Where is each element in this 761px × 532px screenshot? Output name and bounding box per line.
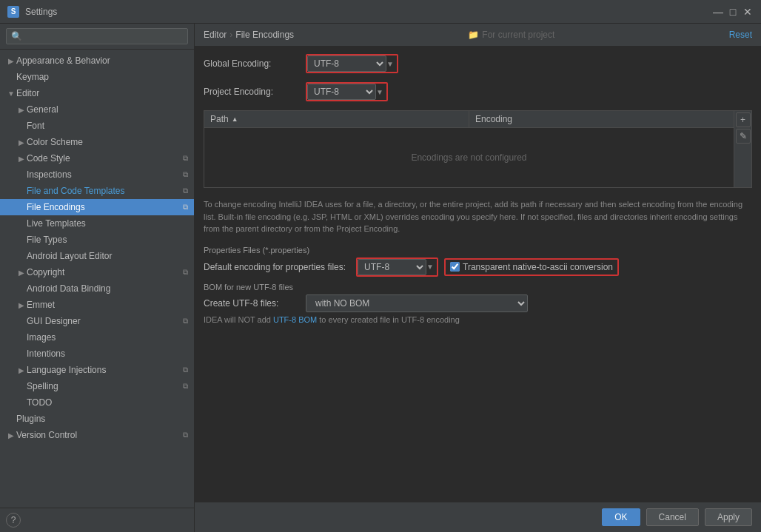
- table-body: Encodings are not configured: [204, 128, 734, 187]
- encoding-table-container: Path ▲ Encoding Encodings are not config…: [204, 110, 752, 188]
- sidebar-bottom: ?: [0, 508, 194, 532]
- transparent-conversion-checkbox[interactable]: [450, 262, 460, 272]
- sidebar-label: Images: [27, 332, 56, 343]
- global-encoding-row: Global Encoding: UTF-8 UTF-16 ISO-8859-1…: [204, 54, 752, 73]
- expand-icon: [6, 55, 16, 66]
- sidebar-tree: Appearance & Behavior Keymap Editor Gene…: [0, 50, 194, 508]
- project-encoding-row: Project Encoding: UTF-8 UTF-16 ISO-8859-…: [204, 82, 752, 101]
- sidebar-item-emmet[interactable]: Emmet: [0, 297, 194, 313]
- sidebar-item-code-style[interactable]: Code Style ⧉: [0, 150, 194, 166]
- description-text: To change encoding IntelliJ IDEA uses fo…: [204, 194, 752, 240]
- breadcrumb-parent: Editor: [204, 30, 227, 40]
- sidebar-item-font[interactable]: Font: [0, 118, 194, 134]
- sidebar-item-appearance[interactable]: Appearance & Behavior: [0, 53, 194, 69]
- cancel-button[interactable]: Cancel: [646, 508, 699, 526]
- sidebar-item-inspections[interactable]: Inspections ⧉: [0, 166, 194, 183]
- sort-asc-icon: ▲: [232, 115, 238, 123]
- sidebar-label: Copyright: [27, 267, 64, 277]
- sidebar-item-android-data-binding[interactable]: Android Data Binding: [0, 280, 194, 297]
- breadcrumb-separator: ›: [229, 30, 232, 40]
- dropdown-arrow: ▼: [376, 88, 386, 96]
- sidebar-item-color-scheme[interactable]: Color Scheme: [0, 134, 194, 150]
- properties-section: Properties Files (*.properties) Default …: [204, 246, 752, 277]
- encoding-table: Path ▲ Encoding Encodings are not config…: [204, 111, 734, 187]
- help-button[interactable]: ?: [6, 513, 21, 528]
- sidebar-item-general[interactable]: General: [0, 101, 194, 118]
- sidebar-label: Code Style: [27, 153, 70, 164]
- sidebar-label: Keymap: [16, 72, 49, 82]
- sidebar-label: Intentions: [27, 349, 65, 359]
- sidebar-label: File and Code Templates: [27, 186, 125, 196]
- sidebar-item-intentions[interactable]: Intentions: [0, 346, 194, 362]
- sidebar-item-version-control[interactable]: Version Control ⧉: [0, 427, 194, 443]
- props-encoding-label: Default encoding for properties files:: [204, 262, 346, 272]
- table-sidebar: + ✎: [734, 111, 751, 187]
- sidebar-label: Live Templates: [27, 218, 86, 229]
- sidebar-label: Android Data Binding: [27, 283, 110, 294]
- close-button[interactable]: ✕: [742, 6, 754, 18]
- sidebar-label: TODO: [27, 397, 52, 408]
- sidebar-item-keymap[interactable]: Keymap: [0, 69, 194, 85]
- sidebar-item-gui-designer[interactable]: GUI Designer ⧉: [0, 313, 194, 329]
- apply-button[interactable]: Apply: [705, 508, 752, 526]
- expand-icon: [16, 267, 27, 277]
- global-encoding-label: Global Encoding:: [204, 58, 300, 69]
- props-encoding-select[interactable]: UTF-8 ISO-8859-1 UTF-16: [358, 259, 426, 275]
- project-encoding-outline: UTF-8 UTF-16 ISO-8859-1 US-ASCII ▼: [306, 82, 388, 101]
- sidebar-item-copyright[interactable]: Copyright ⧉: [0, 264, 194, 280]
- sidebar-label: File Encodings: [27, 202, 85, 212]
- copy-icon: ⧉: [183, 382, 194, 391]
- breadcrumb: Editor › File Encodings: [204, 30, 294, 40]
- sidebar-item-images[interactable]: Images: [0, 329, 194, 346]
- sidebar-item-live-templates[interactable]: Live Templates: [0, 215, 194, 232]
- sidebar-item-android-layout-editor[interactable]: Android Layout Editor: [0, 248, 194, 264]
- search-input[interactable]: [6, 28, 188, 44]
- encoding-column-header: Encoding: [469, 111, 734, 127]
- minimize-button[interactable]: —: [712, 6, 724, 18]
- expand-icon: [6, 430, 16, 440]
- maximize-button[interactable]: □: [727, 6, 739, 18]
- sidebar-label: Inspections: [27, 169, 72, 180]
- ok-button[interactable]: OK: [602, 508, 640, 526]
- global-encoding-select[interactable]: UTF-8 UTF-16 ISO-8859-1 US-ASCII windows…: [307, 55, 386, 72]
- sidebar-item-file-encodings[interactable]: File Encodings ⧉: [0, 199, 194, 215]
- path-column-header: Path ▲: [204, 111, 469, 127]
- edit-encoding-button[interactable]: ✎: [736, 129, 751, 144]
- content-area: Editor › File Encodings 📁 For current pr…: [195, 24, 761, 532]
- copy-icon: ⧉: [183, 366, 194, 374]
- sidebar-label: Spelling: [27, 381, 58, 391]
- breadcrumb-current: File Encodings: [235, 30, 294, 40]
- properties-section-title: Properties Files (*.properties): [204, 246, 752, 255]
- reset-button[interactable]: Reset: [729, 30, 752, 40]
- add-encoding-button[interactable]: +: [736, 112, 751, 127]
- sidebar-label: Language Injections: [27, 365, 106, 375]
- sidebar-label: File Types: [27, 235, 67, 245]
- folder-icon: 📁: [468, 30, 479, 40]
- idea-note: IDEA will NOT add UTF-8 BOM to every cre…: [204, 315, 752, 324]
- copy-icon: ⧉: [183, 317, 194, 326]
- create-utf8-label: Create UTF-8 files:: [204, 298, 300, 309]
- app-icon: S: [7, 6, 19, 18]
- sidebar-item-file-code-templates[interactable]: File and Code Templates ⧉: [0, 183, 194, 199]
- sidebar-item-language-injections[interactable]: Language Injections ⧉: [0, 362, 194, 378]
- utf8-bom-link[interactable]: UTF-8 BOM: [273, 315, 317, 324]
- sidebar-label: Version Control: [16, 430, 77, 440]
- sidebar-label: Emmet: [27, 300, 55, 310]
- dropdown-arrow: ▼: [386, 60, 397, 68]
- sidebar-item-plugins[interactable]: Plugins: [0, 411, 194, 427]
- bom-create-row: Create UTF-8 files: with NO BOM with BOM: [204, 294, 752, 312]
- sidebar-label: General: [27, 104, 58, 115]
- window-controls: — □ ✕: [712, 6, 754, 18]
- create-utf8-select[interactable]: with NO BOM with BOM: [306, 294, 528, 312]
- table-header: Path ▲ Encoding: [204, 111, 734, 128]
- search-box: [0, 24, 194, 50]
- project-encoding-select[interactable]: UTF-8 UTF-16 ISO-8859-1 US-ASCII: [307, 84, 376, 100]
- sidebar-item-spelling[interactable]: Spelling ⧉: [0, 378, 194, 394]
- sidebar-item-todo[interactable]: TODO: [0, 394, 194, 411]
- dialog-footer: OK Cancel Apply: [195, 502, 761, 532]
- sidebar-label: Plugins: [16, 414, 45, 424]
- sidebar-item-editor[interactable]: Editor: [0, 85, 194, 101]
- sidebar-label: Font: [27, 121, 44, 131]
- sidebar-item-file-types[interactable]: File Types: [0, 232, 194, 248]
- copy-icon: ⧉: [183, 170, 194, 179]
